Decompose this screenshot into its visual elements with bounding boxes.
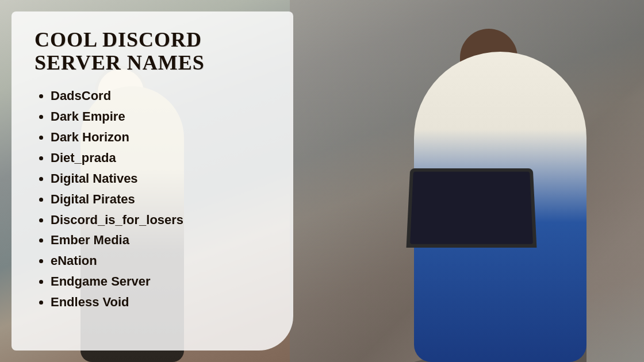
list-item: Digital Natives bbox=[51, 170, 270, 188]
content-panel: Cool Discord Server Names DadsCordDark E… bbox=[12, 11, 293, 351]
laptop-screen bbox=[410, 172, 533, 244]
list-item: Diet_prada bbox=[51, 149, 270, 167]
person-right bbox=[402, 29, 598, 362]
items-list: DadsCordDark EmpireDark HorizonDiet_prad… bbox=[34, 87, 270, 311]
list-item: Discord_is_for_losers bbox=[51, 211, 270, 229]
list-item: Endgame Server bbox=[51, 272, 270, 291]
list-item: Dark Empire bbox=[51, 107, 270, 126]
page-title: Cool Discord Server Names bbox=[34, 29, 270, 74]
list-item: DadsCord bbox=[51, 87, 270, 105]
list-item: Ember Media bbox=[51, 231, 270, 249]
list-item: Endless Void bbox=[51, 293, 270, 311]
laptop bbox=[407, 168, 537, 248]
list-item: Dark Horizon bbox=[51, 128, 270, 147]
list-item: eNation bbox=[51, 252, 270, 270]
list-item: Digital Pirates bbox=[51, 190, 270, 209]
